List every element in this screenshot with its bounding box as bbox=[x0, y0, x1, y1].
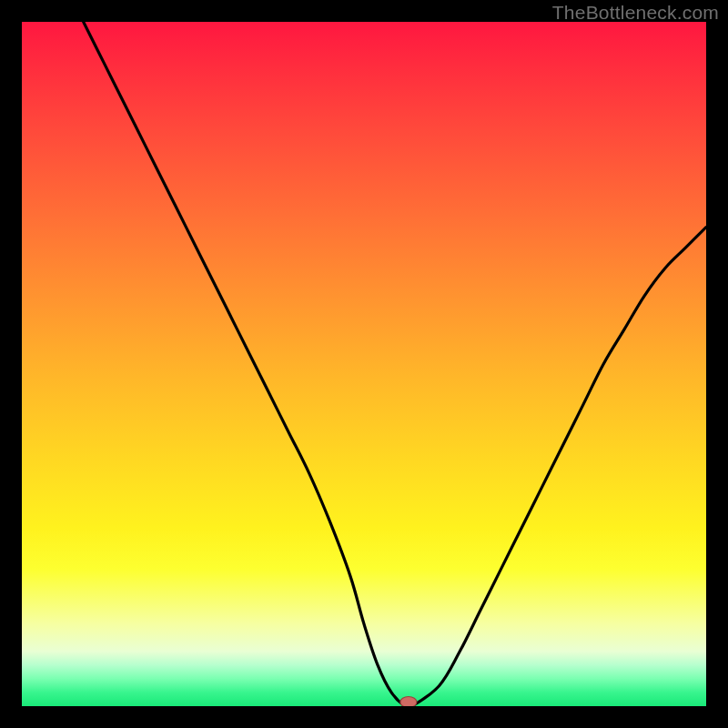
optimum-marker bbox=[400, 696, 417, 706]
watermark-text: TheBottleneck.com bbox=[552, 2, 719, 24]
chart-frame: TheBottleneck.com bbox=[0, 0, 728, 728]
chart-svg bbox=[22, 22, 706, 706]
plot-area bbox=[22, 22, 706, 706]
bottleneck-curve bbox=[84, 22, 706, 706]
